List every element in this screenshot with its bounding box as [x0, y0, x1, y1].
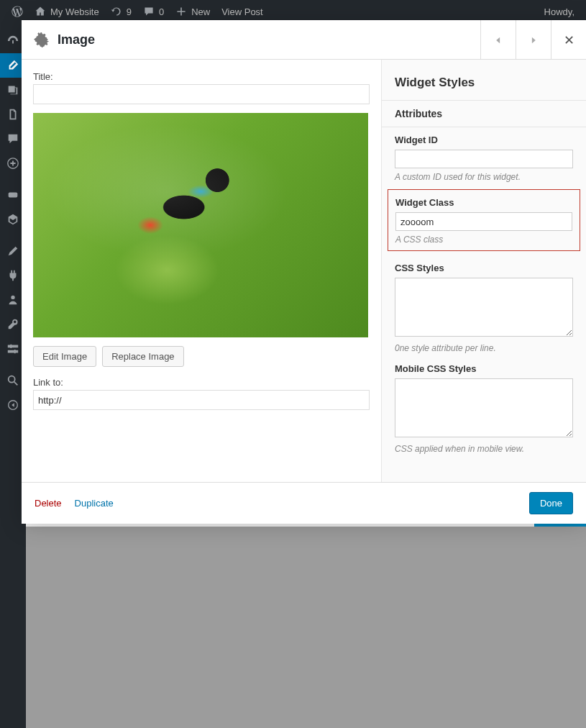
widget-id-hint: A custom ID used for this widget. [395, 172, 573, 182]
update-icon [111, 6, 122, 17]
css-styles-input[interactable] [395, 278, 573, 337]
css-styles-hint: 0ne style attribute per line. [395, 343, 573, 353]
link-to-input[interactable] [33, 390, 370, 410]
title-input[interactable] [33, 84, 370, 104]
mobile-css-input[interactable] [395, 378, 573, 437]
widget-id-field: Widget ID A custom ID used for this widg… [382, 127, 586, 185]
modal-footer: Delete Duplicate Done [22, 482, 586, 524]
new-label: New [191, 6, 210, 17]
modal-title: Image [58, 32, 95, 47]
image-preview [33, 113, 368, 337]
modal-header: Image ✕ [22, 20, 586, 60]
replace-image-button[interactable]: Replace Image [102, 346, 183, 367]
widget-styles-panel: Widget Styles Attributes Widget ID A cus… [381, 60, 586, 482]
widget-id-label: Widget ID [395, 135, 573, 145]
duplicate-link[interactable]: Duplicate [75, 498, 114, 509]
link-to-label: Link to: [33, 377, 370, 388]
delete-link[interactable]: Delete [35, 498, 62, 509]
widget-class-input[interactable] [395, 212, 572, 231]
widget-styles-heading: Widget Styles [382, 60, 586, 100]
title-label: Title: [33, 71, 370, 82]
comments-count: 0 [159, 6, 164, 17]
home-icon [35, 6, 46, 17]
site-name: My Website [50, 6, 99, 17]
widget-class-field: Widget Class A CSS class [388, 189, 580, 251]
mobile-css-field: Mobile CSS Styles CSS applied when in mo… [382, 356, 586, 457]
svg-point-2 [11, 296, 14, 299]
attributes-heading: Attributes [382, 100, 586, 127]
mobile-css-hint: CSS applied when in mobile view. [395, 444, 573, 454]
view-post-label: View Post [221, 6, 263, 17]
howdy-label: Howdy, [544, 6, 574, 17]
widget-class-label: Widget Class [395, 197, 572, 208]
updates-count: 9 [127, 6, 132, 17]
modal-left-panel: Title: Edit Image Replace Image Link to: [22, 60, 381, 482]
widget-modal: Image ✕ Title: Edit Image Replace Image … [22, 20, 586, 524]
css-styles-field: CSS Styles 0ne style attribute per line. [382, 255, 586, 356]
svg-point-3 [9, 376, 15, 383]
comment-icon [143, 6, 155, 17]
plus-icon [175, 6, 187, 17]
done-button[interactable]: Done [529, 492, 573, 514]
prev-button[interactable] [480, 20, 516, 60]
next-button[interactable] [516, 20, 551, 60]
gear-icon [33, 32, 49, 47]
widget-class-hint: A CSS class [395, 235, 572, 245]
css-styles-label: CSS Styles [395, 263, 573, 273]
wordpress-icon [12, 6, 23, 17]
svg-rect-1 [9, 192, 18, 197]
edit-image-button[interactable]: Edit Image [33, 346, 96, 367]
mobile-css-label: Mobile CSS Styles [395, 363, 573, 374]
close-button[interactable]: ✕ [551, 20, 586, 60]
widget-id-input[interactable] [395, 150, 573, 168]
